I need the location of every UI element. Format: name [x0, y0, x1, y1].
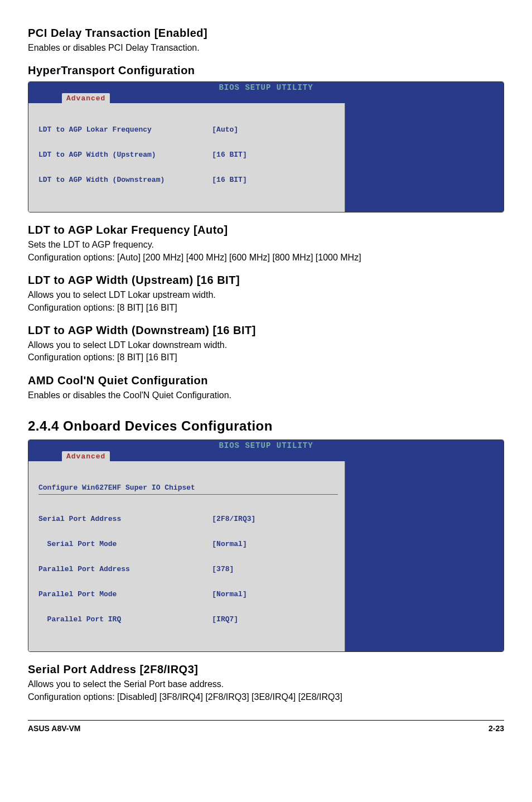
bios-title: BIOS SETUP UTILITY [28, 83, 504, 92]
section-heading-serial-port: Serial Port Address [2F8/IRQ3] [28, 663, 504, 676]
bios-row: Serial Port Address [2F8/IRQ3] [38, 515, 338, 523]
bios-label: Serial Port Address [38, 515, 212, 523]
bios-value: [16 BIT] [212, 151, 337, 159]
section-heading-ldt-freq: LDT to AGP Lokar Frequency [Auto] [28, 224, 504, 236]
bios-value: [378] [212, 565, 337, 573]
page-footer: ASUS A8V-VM 2-23 [28, 720, 504, 733]
bios-row: Serial Port Mode [Normal] [38, 540, 338, 548]
bios-value: [16 BIT] [212, 176, 337, 184]
section-heading-ldt-upstream: LDT to AGP Width (Upstream) [16 BIT] [28, 274, 504, 287]
section-text-serial-port: Allows you to select the Serial Port bas… [28, 678, 504, 703]
section-text-amd-coolnquiet: Enables or disables the Cool'N Quiet Con… [28, 389, 504, 402]
section-heading-ldt-downstream: LDT to AGP Width (Downstream) [16 BIT] [28, 324, 504, 337]
bios-settings-panel: LDT to AGP Lokar Frequency [Auto] LDT to… [28, 103, 345, 212]
bios-value: [IRQ7] [212, 615, 337, 624]
bios-label: LDT to AGP Lokar Frequency [38, 125, 212, 134]
bios-screenshot-onboard-devices: BIOS SETUP UTILITY Advanced Configure Wi… [28, 439, 504, 652]
section-text-ldt-freq: Sets the LDT to AGP frequency. Configura… [28, 239, 504, 264]
bios-title-bar: BIOS SETUP UTILITY Advanced [28, 82, 504, 103]
bios-subheader: Configure Win627EHF Super IO Chipset [38, 484, 338, 495]
bios-row: LDT to AGP Lokar Frequency [Auto] [38, 125, 338, 134]
section-heading-hypertransport: HyperTransport Configuration [28, 64, 504, 77]
section-heading-244: 2.4.4 Onboard Devices Configuration [28, 418, 504, 434]
bios-help-panel [345, 103, 504, 212]
bios-label: Parallel Port IRQ [38, 615, 212, 624]
footer-model: ASUS A8V-VM [28, 724, 80, 733]
bios-screenshot-hypertransport: BIOS SETUP UTILITY Advanced LDT to AGP L… [28, 81, 504, 212]
bios-tab-advanced: Advanced [62, 451, 110, 461]
bios-title-bar: BIOS SETUP UTILITY Advanced [28, 440, 504, 461]
section-text-ldt-upstream: Allows you to select LDT Lokar upstream … [28, 289, 504, 314]
bios-label: Parallel Port Mode [38, 590, 212, 598]
bios-row: Parallel Port IRQ [IRQ7] [38, 615, 338, 624]
section-text-ldt-downstream: Allows you to select LDT Lokar downstrea… [28, 339, 504, 364]
bios-row: Parallel Port Mode [Normal] [38, 590, 338, 598]
bios-help-panel [345, 461, 504, 651]
bios-value: [Auto] [212, 125, 337, 134]
bios-label: LDT to AGP Width (Upstream) [38, 151, 212, 159]
section-text-pci-delay: Enables or disables PCI Delay Transactio… [28, 42, 504, 54]
bios-label: Serial Port Mode [38, 540, 212, 548]
bios-row: Parallel Port Address [378] [38, 565, 338, 573]
section-heading-amd-coolnquiet: AMD Cool'N Quiet Configuration [28, 374, 504, 387]
bios-body: Configure Win627EHF Super IO Chipset Ser… [28, 461, 504, 651]
footer-page-number: 2-23 [489, 724, 504, 733]
bios-row: LDT to AGP Width (Downstream) [16 BIT] [38, 176, 338, 184]
bios-label: LDT to AGP Width (Downstream) [38, 176, 212, 184]
bios-row: LDT to AGP Width (Upstream) [16 BIT] [38, 151, 338, 159]
bios-body: LDT to AGP Lokar Frequency [Auto] LDT to… [28, 103, 504, 212]
bios-settings-panel: Configure Win627EHF Super IO Chipset Ser… [28, 461, 345, 651]
bios-label: Parallel Port Address [38, 565, 212, 573]
bios-value: [Normal] [212, 540, 337, 548]
bios-tab-advanced: Advanced [62, 93, 110, 103]
section-heading-pci-delay: PCI Delay Transaction [Enabled] [28, 27, 504, 40]
bios-title: BIOS SETUP UTILITY [28, 441, 504, 450]
bios-value: [Normal] [212, 590, 337, 598]
bios-value: [2F8/IRQ3] [212, 515, 337, 523]
